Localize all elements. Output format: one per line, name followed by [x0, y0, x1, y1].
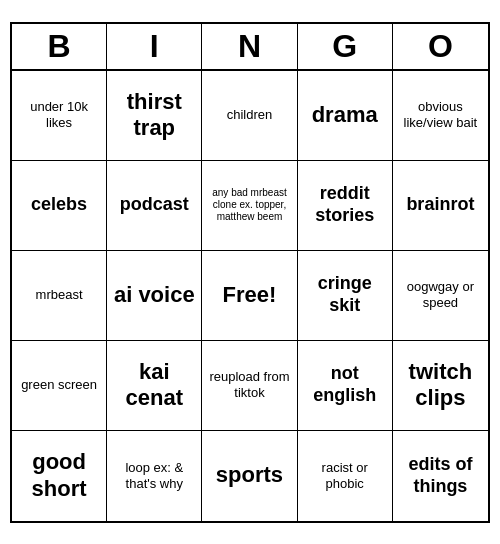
- bingo-cell: drama: [298, 71, 393, 161]
- bingo-cell: reddit stories: [298, 161, 393, 251]
- bingo-grid: under 10k likesthirst trapchildrendramao…: [12, 71, 488, 521]
- bingo-cell: thirst trap: [107, 71, 202, 161]
- bingo-cell: under 10k likes: [12, 71, 107, 161]
- header-letter: O: [393, 24, 488, 69]
- bingo-cell: oogwgay or speed: [393, 251, 488, 341]
- bingo-cell: racist or phobic: [298, 431, 393, 521]
- bingo-header: BINGO: [12, 24, 488, 71]
- bingo-cell: green screen: [12, 341, 107, 431]
- bingo-cell: celebs: [12, 161, 107, 251]
- bingo-cell: cringe skit: [298, 251, 393, 341]
- bingo-cell: any bad mrbeast clone ex. topper, matthe…: [202, 161, 297, 251]
- header-letter: N: [202, 24, 297, 69]
- bingo-cell: podcast: [107, 161, 202, 251]
- bingo-cell: loop ex: & that's why: [107, 431, 202, 521]
- header-letter: B: [12, 24, 107, 69]
- bingo-cell: children: [202, 71, 297, 161]
- bingo-cell: Free!: [202, 251, 297, 341]
- header-letter: I: [107, 24, 202, 69]
- bingo-cell: good short: [12, 431, 107, 521]
- header-letter: G: [298, 24, 393, 69]
- bingo-cell: ai voice: [107, 251, 202, 341]
- bingo-card: BINGO under 10k likesthirst trapchildren…: [10, 22, 490, 523]
- bingo-cell: obvious like/view bait: [393, 71, 488, 161]
- bingo-cell: brainrot: [393, 161, 488, 251]
- bingo-cell: twitch clips: [393, 341, 488, 431]
- bingo-cell: kai cenat: [107, 341, 202, 431]
- bingo-cell: reupload from tiktok: [202, 341, 297, 431]
- bingo-cell: sports: [202, 431, 297, 521]
- bingo-cell: not english: [298, 341, 393, 431]
- bingo-cell: mrbeast: [12, 251, 107, 341]
- bingo-cell: edits of things: [393, 431, 488, 521]
